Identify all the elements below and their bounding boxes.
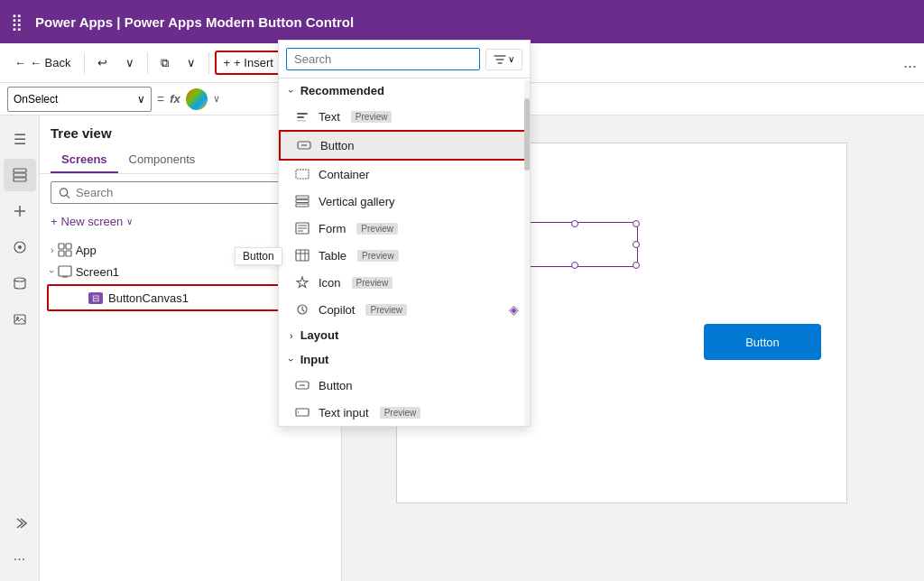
power-apps-logo	[186, 88, 208, 110]
back-label: ← Back	[30, 56, 71, 69]
insert-item-vertical-gallery[interactable]: Vertical gallery	[279, 188, 530, 215]
filter-chevron: ∨	[508, 54, 514, 64]
svg-rect-26	[296, 200, 309, 203]
svg-rect-8	[14, 315, 25, 324]
insert-item-text[interactable]: Text Preview	[279, 103, 530, 130]
insert-item-copilot[interactable]: Copilot Preview ◈	[279, 296, 530, 323]
text-input-icon	[293, 403, 311, 421]
data-icon-button[interactable]	[4, 267, 36, 300]
gem-icon: ◈	[509, 302, 519, 317]
copy-button[interactable]: ⧉	[153, 52, 176, 74]
toolbar-divider-1	[84, 52, 85, 74]
insert-item-button[interactable]: Button	[279, 130, 530, 161]
handle-tr[interactable]	[633, 220, 640, 227]
section-chevron-layout: ›	[290, 330, 293, 341]
svg-rect-0	[14, 169, 26, 172]
formula-selector[interactable]: OnSelect ∨	[7, 87, 152, 112]
layout-label: Layout	[300, 328, 339, 342]
recommended-label: Recommended	[300, 84, 384, 97]
more-options-button[interactable]: ···	[4, 543, 36, 576]
media-icon-button[interactable]	[4, 303, 36, 336]
container-icon	[293, 165, 311, 183]
add-icon-button[interactable]	[4, 195, 36, 227]
insert-item-table[interactable]: Table Preview	[279, 242, 530, 269]
toolbar-ellipsis[interactable]: ...	[903, 53, 917, 72]
text-input-preview-badge: Preview	[380, 407, 421, 419]
tree-title: Tree view	[51, 125, 112, 141]
handle-br[interactable]	[633, 262, 640, 269]
paint-icon-button[interactable]	[4, 231, 36, 263]
svg-rect-14	[59, 251, 64, 256]
svg-line-11	[67, 195, 69, 198]
layout-section-header[interactable]: › Layout	[279, 323, 530, 347]
scrollbar-track[interactable]	[524, 80, 530, 426]
undo-icon: ↩	[97, 56, 107, 69]
form-preview-badge: Preview	[356, 223, 398, 235]
insert-item-icon[interactable]: Icon Preview	[279, 269, 530, 296]
tab-components[interactable]: Components	[118, 147, 207, 173]
filter-button[interactable]: ∨	[485, 49, 522, 70]
hamburger-menu-button[interactable]: ☰	[4, 123, 36, 155]
copy-icon: ⧉	[161, 56, 169, 70]
svg-rect-25	[296, 196, 309, 198]
back-button[interactable]: ← ← Back	[7, 52, 79, 73]
handle-bm[interactable]	[571, 262, 578, 269]
input-button-label: Button	[319, 379, 353, 392]
recommended-section-header[interactable]: › Recommended	[279, 78, 530, 103]
text-preview-badge: Preview	[351, 111, 393, 123]
svg-rect-24	[296, 170, 309, 179]
filter-icon	[494, 53, 506, 66]
svg-point-6	[18, 245, 22, 249]
tab-screens[interactable]: Screens	[51, 147, 118, 173]
app-icon	[58, 243, 72, 257]
insert-dropdown: ∨ › Recommended Text Preview Button	[278, 40, 531, 427]
insert-item-form[interactable]: Form Preview	[279, 215, 530, 242]
icon-item-label: Icon	[319, 276, 341, 290]
svg-point-7	[14, 278, 25, 281]
scrollbar-thumb[interactable]	[524, 98, 530, 171]
insert-item-input-button[interactable]: Button	[279, 372, 530, 399]
insert-search-input[interactable]	[286, 48, 480, 70]
canvas-button[interactable]: Button	[704, 324, 821, 360]
formula-equals: =	[157, 92, 164, 106]
canvas-button-wrapper[interactable]: Button	[514, 225, 635, 264]
layers-icon-button[interactable]	[4, 159, 36, 191]
app-label: App	[76, 244, 97, 257]
section-chevron-input: ›	[286, 358, 297, 362]
text-input-label: Text input	[319, 406, 369, 420]
table-icon	[293, 246, 311, 264]
copilot-preview-badge: Preview	[365, 304, 407, 316]
table-item-label: Table	[319, 249, 346, 263]
svg-rect-15	[66, 251, 71, 256]
chevron-right-icon-button[interactable]	[4, 507, 36, 540]
insert-label: + Insert	[234, 56, 273, 69]
icon-preview-badge: Preview	[352, 277, 393, 289]
chevron-down-icon-2: ∨	[187, 56, 196, 69]
formula-selector-chevron: ∨	[137, 93, 145, 106]
text-item-label: Text	[319, 110, 340, 124]
chevron-down-icon: ∨	[125, 56, 134, 69]
handle-tm[interactable]	[571, 220, 578, 227]
insert-item-text-input[interactable]: Text input Preview	[279, 399, 530, 426]
left-sidebar: ☰ ···	[0, 115, 40, 581]
grid-icon[interactable]: ⣿	[11, 12, 23, 32]
svg-point-9	[16, 317, 19, 319]
copilot-icon	[293, 300, 311, 318]
copy-dropdown-button[interactable]: ∨	[180, 52, 203, 73]
container-item-label: Container	[319, 168, 369, 181]
input-section-header[interactable]: › Input	[279, 347, 530, 372]
undo-dropdown-button[interactable]: ∨	[118, 52, 142, 73]
handle-mr[interactable]	[633, 241, 640, 248]
svg-point-10	[60, 188, 67, 195]
chevron-down-icon-4: ∨	[126, 217, 133, 226]
vertical-gallery-label: Vertical gallery	[319, 195, 395, 208]
svg-rect-32	[296, 250, 309, 261]
top-bar: ⣿ Power Apps | Power Apps Modern Button …	[0, 0, 924, 43]
insert-item-container[interactable]: Container	[279, 161, 530, 188]
canvas-button-label: Button	[745, 336, 780, 349]
undo-button[interactable]: ↩	[90, 52, 115, 73]
insert-search-bar: ∨	[279, 41, 530, 78]
svg-rect-27	[296, 204, 309, 207]
svg-rect-21	[297, 120, 306, 122]
formula-fx-icon: fx	[170, 92, 180, 106]
